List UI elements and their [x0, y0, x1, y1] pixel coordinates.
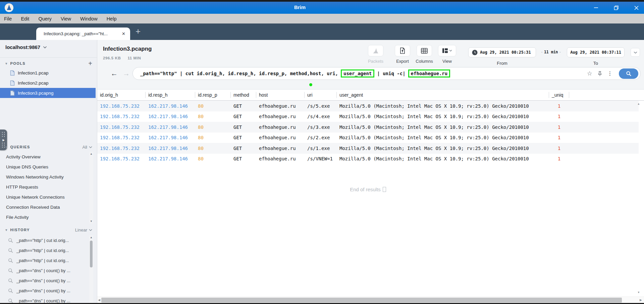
- pool-meta: 296.5 KB 11 MIN: [103, 56, 141, 60]
- scroll-down-icon[interactable]: ▼: [89, 220, 93, 223]
- cell-id.resp_h: 162.217.98.146: [146, 101, 195, 111]
- host-selector[interactable]: localhost:9867: [5, 44, 47, 50]
- horizontal-scrollbar[interactable]: ◀ ▶: [97, 297, 644, 303]
- cell-_uniq: 1: [549, 101, 569, 111]
- pools-header-label: POOLS: [10, 61, 89, 65]
- history-mode-dropdown[interactable]: Linear: [75, 227, 92, 233]
- menu-bar: FileEditQueryViewWindowHelp: [0, 14, 644, 23]
- export-button[interactable]: Export: [395, 45, 410, 64]
- scrollbar-thumb[interactable]: [90, 241, 93, 267]
- query-item[interactable]: Windows Networking Activity: [0, 172, 89, 182]
- column-header-user_agent[interactable]: user_agent: [337, 90, 549, 100]
- drag-dots-icon: [2, 132, 5, 137]
- history-query-text: _path=="dns" | count() by ...: [16, 268, 70, 273]
- queries-scrollbar[interactable]: ▲ ▼: [89, 152, 93, 223]
- menu-query[interactable]: Query: [38, 16, 52, 21]
- table-row[interactable]: 192.168.75.232162.217.98.14680GETefhoahe…: [97, 143, 639, 154]
- query-item[interactable]: Connection Received Data: [0, 202, 89, 212]
- pool-duration: 11 MIN: [127, 56, 141, 60]
- menu-help[interactable]: Help: [107, 16, 117, 21]
- scroll-up-icon[interactable]: ▲: [89, 152, 93, 155]
- back-arrow-button[interactable]: ←: [111, 69, 118, 78]
- scroll-left-icon[interactable]: ◀: [98, 298, 100, 302]
- columns-button[interactable]: Columns: [417, 45, 432, 64]
- collapse-triangle-icon[interactable]: ▾: [5, 61, 7, 66]
- history-query-text: _path=="dns" | count() by ...: [16, 288, 70, 293]
- sidebar-divider: [0, 57, 97, 58]
- search-button[interactable]: [619, 68, 638, 79]
- collapse-triangle-icon[interactable]: ▾: [5, 145, 7, 149]
- pin-icon[interactable]: [597, 71, 602, 77]
- query-item[interactable]: Unique DNS Queries: [0, 162, 89, 172]
- tab-infection3[interactable]: Infection3.pcapng: _path=="ht... ✕: [36, 28, 130, 40]
- history-item[interactable]: _path=="dns" | count() by ...: [0, 275, 89, 286]
- history-query-text: _path=="http" | cut id.orig...: [16, 238, 69, 243]
- history-item[interactable]: _path=="http" | cut id.orig...: [0, 255, 89, 265]
- packets-button[interactable]: Packets: [368, 45, 383, 64]
- cell-id.orig_h: 192.168.75.232: [97, 133, 146, 143]
- menu-window[interactable]: Window: [80, 16, 98, 21]
- sidebar: localhost:9867 ▾ POOLS + Infection1.pcap…: [0, 40, 97, 304]
- queries-filter-dropdown[interactable]: All: [83, 145, 92, 150]
- history-scrollbar[interactable]: ▲: [89, 235, 93, 304]
- forward-arrow-button[interactable]: →: [123, 69, 130, 78]
- file-icon: [10, 70, 15, 76]
- maximize-button[interactable]: [612, 3, 621, 12]
- column-header-id.resp_p[interactable]: id.resp_p: [195, 90, 231, 100]
- tab-bar: Infection3.pcapng: _path=="ht... ✕ +: [0, 23, 644, 40]
- history-item[interactable]: _path=="http" | cut id.orig...: [0, 235, 89, 245]
- cell-method: GET: [231, 143, 256, 154]
- kebab-menu-icon[interactable]: ⋮: [607, 70, 612, 77]
- from-date-field[interactable]: Aug 29, 2021 00:25:31: [468, 47, 536, 57]
- magnifier-icon: [8, 278, 13, 283]
- add-pool-button[interactable]: +: [88, 60, 92, 67]
- scroll-down-icon[interactable]: ▼: [637, 291, 640, 294]
- cell-method: GET: [231, 101, 256, 111]
- column-header-host[interactable]: host: [256, 90, 305, 100]
- star-icon[interactable]: ☆: [587, 70, 592, 77]
- table-row[interactable]: 192.168.75.232162.217.98.14680GETefhoahe…: [97, 101, 639, 111]
- scroll-up-icon[interactable]: ▲: [89, 236, 93, 239]
- pool-item-infection1.pcap[interactable]: Infection1.pcap: [0, 68, 96, 78]
- menu-file[interactable]: File: [4, 16, 12, 21]
- collapse-triangle-icon[interactable]: ▾: [5, 228, 7, 232]
- history-item[interactable]: _path=="dns" | count() by ...: [0, 265, 89, 275]
- query-item[interactable]: Activity Overview: [0, 152, 89, 162]
- new-tab-button[interactable]: +: [136, 26, 141, 37]
- close-button[interactable]: [632, 3, 641, 12]
- query-item[interactable]: HTTP Requests: [0, 182, 89, 192]
- table-row[interactable]: 192.168.75.232162.217.98.14680GETefhoahe…: [97, 154, 639, 164]
- table-row[interactable]: 192.168.75.232162.217.98.14680GETefhoahe…: [97, 111, 639, 122]
- menu-view[interactable]: View: [61, 16, 71, 21]
- history-item[interactable]: _path=="dns" | count() by ...: [0, 286, 89, 296]
- cell-uri: /s/2.exe: [305, 133, 337, 143]
- history-item[interactable]: _path=="http" | cut id.orig...: [0, 245, 89, 255]
- table-row[interactable]: 192.168.75.232162.217.98.14680GETefhoahe…: [97, 133, 639, 143]
- query-item[interactable]: Unique Network Connections: [0, 192, 89, 202]
- scroll-up-icon[interactable]: ▲: [637, 102, 640, 105]
- time-range-dropdown[interactable]: [631, 48, 640, 57]
- time-span-value: 11 min: [544, 50, 558, 54]
- column-header-id.resp_h[interactable]: id.resp_h: [146, 90, 195, 100]
- table-row[interactable]: 192.168.75.232162.217.98.14680GETefhoahe…: [97, 122, 639, 133]
- view-button[interactable]: View: [438, 45, 456, 64]
- clock-icon: [472, 50, 478, 55]
- export-label: Export: [396, 59, 409, 64]
- minimize-button[interactable]: [592, 3, 600, 12]
- search-actions: ☆ ⋮: [587, 67, 638, 80]
- column-header-uri[interactable]: uri: [305, 90, 337, 100]
- pool-item-infection3.pcapng[interactable]: Infection3.pcapng: [0, 88, 96, 98]
- column-header-method[interactable]: method: [231, 90, 256, 100]
- columns-label: Columns: [416, 59, 433, 64]
- tab-close-icon[interactable]: ✕: [122, 31, 125, 36]
- search-input[interactable]: _path=="http" | cut id.orig_h, id.resp_h…: [132, 67, 641, 80]
- menu-edit[interactable]: Edit: [21, 16, 29, 21]
- pool-item-infection2.pcap[interactable]: Infection2.pcap: [0, 78, 96, 88]
- scrollbar-thumb[interactable]: [101, 298, 622, 303]
- scroll-right-icon[interactable]: ▶: [640, 298, 642, 302]
- titlebar[interactable]: Brim: [0, 2, 644, 14]
- to-date-field[interactable]: Aug 29, 2021 00:37:11: [567, 47, 625, 57]
- query-item[interactable]: File Activity: [0, 212, 89, 222]
- column-header-id.orig_h[interactable]: id.orig_h: [97, 90, 146, 100]
- column-header-_uniq[interactable]: _uniq: [549, 90, 569, 100]
